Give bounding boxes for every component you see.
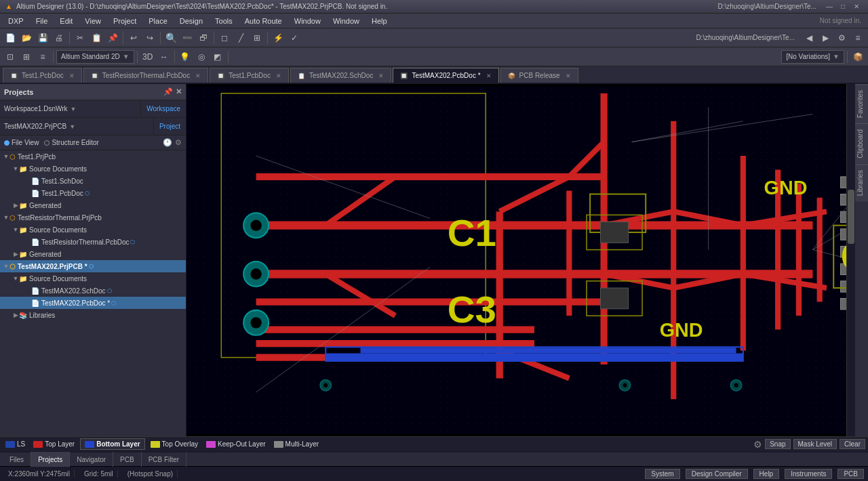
save-btn[interactable]: 💾 xyxy=(35,30,50,45)
tree-item-source-docs-2[interactable]: ▼ 📁 Source Documents xyxy=(0,224,186,236)
mask-btn[interactable]: ◎ xyxy=(194,49,209,64)
clear-btn[interactable]: Clear xyxy=(840,439,865,449)
projects-bottom-tab[interactable]: Projects xyxy=(31,452,70,467)
pcb-tab[interactable]: PCB xyxy=(113,452,142,467)
tree-item-testmax202-schdoc[interactable]: 📄 TestMAX202.SchDoc ⬡ xyxy=(0,285,186,297)
bottom-layer-indicator[interactable]: Bottom Layer xyxy=(80,438,144,450)
tab-testmax202-schdoc[interactable]: 📋 TestMAX202.SchDoc ✕ xyxy=(290,68,392,83)
tree-item-libraries[interactable]: ▶ 📚 Libraries xyxy=(0,309,186,321)
tree-item-testmax202-prjpcb[interactable]: ▼ ⬡ TestMAX202.PrjPCB * ⬡ xyxy=(0,260,186,272)
panel-pin-btn[interactable]: 📌 xyxy=(163,87,173,96)
menu-design[interactable]: Design xyxy=(174,16,208,26)
keepout-layer-indicator[interactable]: Keep-Out Layer xyxy=(203,440,269,448)
tab-close-4[interactable]: ✕ xyxy=(378,72,384,79)
file-view-radio[interactable]: File View xyxy=(4,139,39,146)
window-controls[interactable]: — □ ✕ xyxy=(823,2,863,12)
view-mode-dropdown[interactable]: Altium Standard 2D ▼ xyxy=(56,50,134,64)
tree-item-source-docs-1[interactable]: ▼ 📁 Source Documents xyxy=(0,163,186,175)
settings-btn[interactable]: ⚙ xyxy=(834,30,849,45)
cut-btn[interactable]: ✂ xyxy=(73,30,87,45)
design-compiler-btn[interactable]: Design Compiler xyxy=(686,469,748,479)
tab-test1-pcbdoc-2[interactable]: 🔲 Test1.PcbDoc ✕ xyxy=(210,68,289,83)
menu-reports[interactable]: Window xyxy=(289,16,326,26)
top-layer-indicator[interactable]: Top Layer xyxy=(31,440,77,448)
undo-btn[interactable]: ↩ xyxy=(126,30,141,45)
project-selector[interactable]: TestMAX202.PrjPCB ▼ xyxy=(0,118,154,135)
top-overlay-indicator[interactable]: Top Overlay xyxy=(148,440,201,448)
system-btn[interactable]: System xyxy=(645,469,679,479)
select-btn[interactable]: ◻ xyxy=(217,30,232,45)
single-layer-btn[interactable]: ◩ xyxy=(210,49,225,64)
variations-dropdown[interactable]: [No Variations] ▼ xyxy=(781,50,844,64)
tree-item-test1-prjpcb[interactable]: ▼ ⬡ Test1.PrjPcb xyxy=(0,150,186,163)
tab-close-2[interactable]: ✕ xyxy=(195,72,201,79)
menu-edit[interactable]: Edit xyxy=(54,16,78,26)
project-tree[interactable]: ▼ ⬡ Test1.PrjPcb ▼ 📁 Source Documents 📄 … xyxy=(0,150,186,436)
instruments-btn[interactable]: Instruments xyxy=(785,469,832,479)
snap-btn[interactable]: Snap xyxy=(765,439,790,449)
print-btn[interactable]: 🖨 xyxy=(52,30,66,45)
tree-item-source-docs-3[interactable]: ▼ 📁 Source Documents xyxy=(0,272,186,285)
menu-autoroute[interactable]: Auto Route xyxy=(239,16,288,26)
tree-item-generated-1[interactable]: ▶ 📁 Generated xyxy=(0,199,186,211)
nav-back-btn[interactable]: ◀ xyxy=(802,30,816,45)
pcb-status-btn[interactable]: PCB xyxy=(837,469,864,479)
snap-toggle[interactable]: ⊡ xyxy=(3,49,18,64)
grid-btn[interactable]: ⊞ xyxy=(19,49,34,64)
maximize-btn[interactable]: □ xyxy=(837,2,849,12)
multi-layer-indicator[interactable]: Multi-Layer xyxy=(271,440,321,448)
close-btn[interactable]: ✕ xyxy=(850,2,863,12)
menu-file[interactable]: File xyxy=(31,16,54,26)
route-btn[interactable]: ⚡ xyxy=(271,30,285,45)
tab-testmax202-pcbdoc[interactable]: 🔲 TestMAX202.PcbDoc * ✕ xyxy=(393,68,498,83)
tab-close-1[interactable]: ✕ xyxy=(69,72,75,79)
flip-btn[interactable]: ↔ xyxy=(157,49,172,64)
minimize-btn[interactable]: — xyxy=(823,2,835,12)
release-btn[interactable]: 📦 xyxy=(850,49,865,64)
tab-close-5[interactable]: ✕ xyxy=(486,72,492,79)
open-btn[interactable]: 📂 xyxy=(19,30,34,45)
snap-icon-btn[interactable]: ⚙ xyxy=(753,439,762,450)
tree-item-testmax202-pcbdoc[interactable]: 📄 TestMAX202.PcbDoc * ⬡ xyxy=(0,297,186,309)
local-history-btn[interactable]: 🕐 xyxy=(163,138,172,147)
comp-btn[interactable]: ⊞ xyxy=(250,30,264,45)
wire-btn[interactable]: ╱ xyxy=(233,30,248,45)
menu-help[interactable]: Help xyxy=(366,16,393,26)
tree-item-resistorthermal-pcbdoc[interactable]: 📄 TestResistorThermal.PcbDoc ⬡ xyxy=(0,236,186,248)
zoom-out-btn[interactable]: ➖ xyxy=(180,30,195,45)
navigator-tab[interactable]: Navigator xyxy=(70,452,113,467)
menu-view[interactable]: View xyxy=(79,16,106,26)
tree-item-generated-2[interactable]: ▶ 📁 Generated xyxy=(0,248,186,260)
3d-btn[interactable]: 3D xyxy=(140,49,155,64)
copy-btn[interactable]: 📋 xyxy=(89,30,104,45)
clipboard-tab[interactable]: Clipboard xyxy=(855,123,868,164)
menu-project[interactable]: Project xyxy=(108,16,142,26)
drc-btn[interactable]: ✓ xyxy=(287,30,302,45)
zoom-in-btn[interactable]: 🔍 xyxy=(163,30,178,45)
vscroll-thumb[interactable] xyxy=(848,190,854,244)
paste-btn[interactable]: 📌 xyxy=(105,30,120,45)
tab-pcb-release[interactable]: 📦 PCB Release ✕ xyxy=(500,68,578,83)
tab-close-6[interactable]: ✕ xyxy=(566,72,571,79)
workspace-selector[interactable]: Workspace1.DsnWrk ▼ xyxy=(0,100,141,117)
pcb-canvas[interactable]: C1 C3 GND GND C100 xyxy=(186,84,854,436)
menu-place[interactable]: Place xyxy=(143,16,173,26)
more-btn[interactable]: ≡ xyxy=(850,30,865,45)
pcb-filter-tab[interactable]: PCB Filter xyxy=(142,452,187,467)
tree-item-resistorthermal-prjpcb[interactable]: ▼ ⬡ TestResistorThermal.PrjPcb xyxy=(0,211,186,224)
nav-fwd-btn[interactable]: ▶ xyxy=(818,30,833,45)
menu-window[interactable]: Window xyxy=(328,16,365,26)
files-tab[interactable]: Files xyxy=(3,452,31,467)
tab-resistorthermal[interactable]: 🔲 TestResistorThermal.PcbDoc ✕ xyxy=(83,68,208,83)
highlight-btn[interactable]: 💡 xyxy=(178,49,193,64)
zoom-fit-btn[interactable]: 🗗 xyxy=(196,30,211,45)
tab-test1-pcbdoc[interactable]: 🔲 Test1.PcbDoc ✕ xyxy=(3,68,82,83)
menu-tools[interactable]: Tools xyxy=(210,16,238,26)
tree-item-test1-pcbdoc[interactable]: 📄 Test1.PcbDoc ⬡ xyxy=(0,187,186,199)
new-btn[interactable]: 📄 xyxy=(3,30,18,45)
mask-level-btn[interactable]: Mask Level xyxy=(793,439,837,449)
panel-close-btn[interactable]: ✕ xyxy=(176,87,182,96)
redo-btn[interactable]: ↪ xyxy=(142,30,157,45)
structure-editor-radio[interactable]: Structure Editor xyxy=(44,139,98,146)
favorites-tab[interactable]: Favorites xyxy=(855,84,868,123)
